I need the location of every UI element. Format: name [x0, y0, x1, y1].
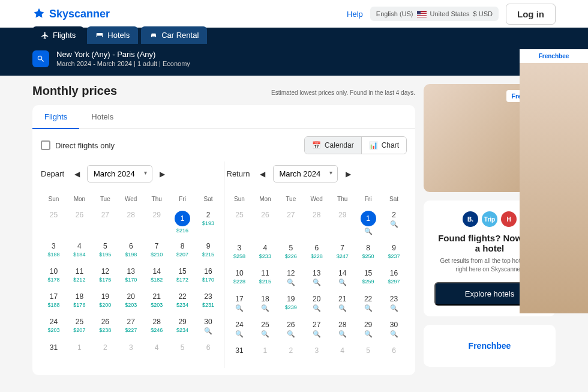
calendar-day[interactable]: 2$193	[196, 207, 221, 238]
tab-car[interactable]: Car Rental	[141, 26, 207, 44]
search-icon: 🔍	[278, 279, 304, 286]
calendar-day[interactable]: 14🔍	[329, 265, 355, 291]
tab-hotels[interactable]: Hotels	[87, 26, 138, 44]
calendar-day[interactable]: 21$203	[144, 289, 170, 314]
return-next[interactable]: ▶	[343, 169, 353, 179]
calendar-day[interactable]: 18🔍	[252, 291, 278, 317]
calendar-day[interactable]: 20🔍	[304, 291, 329, 317]
calendar-day[interactable]: 6$198	[118, 238, 144, 264]
calendar-day[interactable]: 5$195	[92, 238, 118, 264]
calendar-day[interactable]: 11$212	[67, 264, 92, 289]
ad-banner-bottom[interactable]: Frenchbee	[424, 325, 556, 367]
calendar-day: 28	[118, 207, 144, 238]
login-button[interactable]: Log in	[506, 4, 556, 25]
flag-icon	[417, 11, 427, 17]
calendar-day[interactable]: 27$227	[118, 314, 144, 340]
calendar-day[interactable]: 29🔍	[355, 317, 381, 343]
calendar-day[interactable]: 12$175	[92, 264, 118, 289]
help-link[interactable]: Help	[347, 10, 363, 19]
depart-prev[interactable]: ◀	[71, 169, 82, 179]
view-chart[interactable]: 📊Chart	[362, 137, 406, 154]
search-icon: 🔍	[196, 327, 221, 335]
calendar-day[interactable]: 25🔍	[252, 317, 278, 343]
day-of-week: Sun	[227, 191, 253, 207]
calendar-day[interactable]: 31	[41, 340, 67, 365]
calendar-day[interactable]: 10$178	[41, 264, 67, 289]
calendar-day[interactable]: 3$258	[227, 240, 253, 265]
calendar-day[interactable]: 12🔍	[278, 265, 304, 291]
view-calendar[interactable]: 📅Calendar	[305, 137, 362, 154]
calendar-day[interactable]: 4$184	[67, 238, 92, 264]
price: $239	[278, 304, 304, 310]
calendar-day[interactable]: 8$250	[355, 240, 381, 265]
calendar-day[interactable]: 8$207	[170, 238, 196, 264]
calendar-day[interactable]: 13🔍	[304, 265, 329, 291]
logo[interactable]: Skyscanner	[32, 7, 110, 20]
return-prev[interactable]: ◀	[257, 169, 268, 179]
search-details: March 2024 - March 2024 | 1 adult | Econ…	[56, 60, 190, 67]
calendar-day[interactable]: 10$228	[227, 265, 253, 291]
calendar-day[interactable]: 22🔍	[355, 291, 381, 317]
calendar-day[interactable]: 6$228	[304, 240, 329, 265]
price: $228	[227, 279, 253, 285]
subtab-flights[interactable]: Flights	[32, 105, 79, 128]
price: $233	[252, 253, 278, 259]
calendar-day[interactable]: 26🔍	[278, 317, 304, 343]
return-month-select[interactable]: March 2024	[273, 165, 338, 182]
calendar-day[interactable]: 20$203	[118, 289, 144, 314]
calendar-day[interactable]: 16$170	[196, 264, 221, 289]
calendar-day[interactable]: 9$215	[196, 238, 221, 264]
calendar-day[interactable]: 1$216	[170, 207, 196, 238]
calendar-day[interactable]: 24$203	[41, 314, 67, 340]
calendar-day[interactable]: 19$239	[278, 291, 304, 317]
subtab-hotels[interactable]: Hotels	[79, 105, 125, 128]
calendar-day[interactable]: 24🔍	[227, 317, 253, 343]
calendar-day: 3	[304, 343, 329, 368]
calendar-day[interactable]: 23$231	[196, 289, 221, 314]
calendar-day[interactable]: 5$226	[278, 240, 304, 265]
calendar-day[interactable]: 4$233	[252, 240, 278, 265]
calendar-day[interactable]: 28$246	[144, 314, 170, 340]
calendar-day[interactable]: 14$182	[144, 264, 170, 289]
tab-flights[interactable]: Flights	[32, 26, 84, 44]
locale-selector[interactable]: English (US)United States$ USD	[370, 7, 499, 21]
return-label: Return	[227, 169, 250, 178]
depart-next[interactable]: ▶	[157, 169, 168, 179]
calendar-day[interactable]: 15$172	[170, 264, 196, 289]
calendar-day[interactable]: 25$207	[67, 314, 92, 340]
calendar-day[interactable]: 21🔍	[329, 291, 355, 317]
calendar-day[interactable]: 17🔍	[227, 291, 253, 317]
calendar-day[interactable]: 3$188	[41, 238, 67, 264]
calendar-day[interactable]: 2🔍	[381, 207, 407, 240]
price: $172	[170, 277, 196, 283]
direct-flights-checkbox[interactable]: Direct flights only	[41, 140, 115, 150]
calendar-day[interactable]: 18$176	[67, 289, 92, 314]
calendar-day[interactable]: 1🔍	[355, 207, 381, 240]
calendar-day[interactable]: 9$237	[381, 240, 407, 265]
calendar-day[interactable]: 22$234	[170, 289, 196, 314]
calendar-day[interactable]: 27🔍	[304, 317, 329, 343]
calendar-day[interactable]: 23🔍	[381, 291, 407, 317]
calendar-day[interactable]: 7$247	[329, 240, 355, 265]
price: $198	[118, 252, 144, 258]
calendar-day[interactable]: 31	[227, 343, 253, 368]
calendar-day[interactable]: 17$188	[41, 289, 67, 314]
calendar-day[interactable]: 28🔍	[329, 317, 355, 343]
search-button[interactable]	[32, 50, 49, 67]
side-ad[interactable]: Frenchbee	[520, 49, 588, 313]
calendar-day[interactable]: 29$234	[170, 314, 196, 340]
day-of-week: Tue	[92, 191, 118, 207]
calendar-day[interactable]: 13$170	[118, 264, 144, 289]
calendar-day[interactable]: 19$200	[92, 289, 118, 314]
lang: English (US)	[376, 10, 413, 17]
calendar-day[interactable]: 30🔍	[381, 317, 407, 343]
calendar-day: 26	[67, 207, 92, 238]
calendar-day[interactable]: 30🔍	[196, 314, 221, 340]
calendar-day[interactable]: 7$210	[144, 238, 170, 264]
calendar-day[interactable]: 26$238	[92, 314, 118, 340]
calendar-day[interactable]: 16$297	[381, 265, 407, 291]
calendar-day: 2	[92, 340, 118, 365]
calendar-day[interactable]: 15$259	[355, 265, 381, 291]
calendar-day[interactable]: 11$215	[252, 265, 278, 291]
depart-month-select[interactable]: March 2024	[87, 165, 152, 182]
